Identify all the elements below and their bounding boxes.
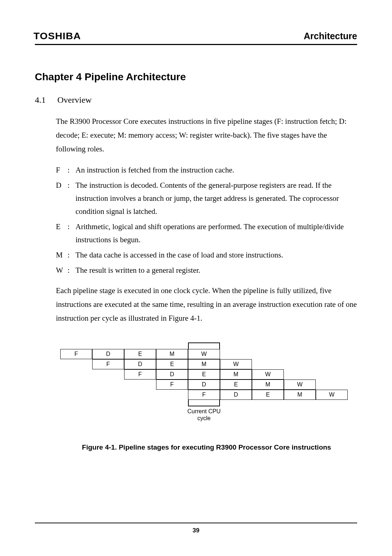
pipeline-cell: E	[188, 369, 220, 380]
list-item: D : The instruction is decoded. Contents…	[56, 179, 357, 218]
pipeline-cell: F	[124, 369, 156, 380]
pipeline-cell: M	[284, 390, 316, 400]
colon: :	[68, 163, 75, 176]
pipeline-cell: M	[220, 369, 252, 380]
stage-desc: An instruction is fetched from the instr…	[75, 163, 357, 176]
pipeline-cell: E	[156, 359, 188, 369]
header-rule	[35, 44, 357, 45]
stage-label: D	[56, 179, 68, 218]
figure-caption: Figure 4-1. Pipeline stages for executin…	[56, 443, 357, 451]
stage-label: F	[56, 163, 68, 176]
pipeline-cell: D	[156, 369, 188, 380]
list-item: W : The result is written to a general r…	[56, 264, 357, 277]
pipeline-cell: D	[220, 390, 252, 400]
stage-desc: The data cache is accessed in the case o…	[75, 248, 357, 261]
pipeline-cell: M	[252, 380, 284, 390]
pipeline-cell: W	[252, 369, 284, 380]
colon: :	[68, 220, 75, 246]
colon: :	[68, 264, 75, 277]
colon: :	[68, 179, 75, 218]
pipeline-cell: W	[188, 349, 220, 359]
list-item: M : The data cache is accessed in the ca…	[56, 248, 357, 261]
pipeline-cell: F	[188, 390, 220, 400]
pipeline-cell: E	[220, 380, 252, 390]
current-cycle-indicator-bottom	[188, 400, 220, 406]
pipeline-diagram: FDEMWFDEMWFDEMWFDEMWFDEMWCurrent CPUcycl…	[56, 342, 357, 422]
pipeline-cell: E	[252, 390, 284, 400]
pipeline-cell: W	[316, 390, 348, 400]
doc-title: Architecture	[304, 31, 357, 41]
stage-desc: Arithmetic, logical and shift operations…	[75, 220, 357, 246]
list-item: E : Arithmetic, logical and shift operat…	[56, 220, 357, 246]
pipeline-cell: F	[60, 349, 92, 359]
section-title: Overview	[57, 95, 92, 105]
pipeline-cell: M	[156, 349, 188, 359]
stage-label: E	[56, 220, 68, 246]
pipeline-cell: E	[124, 349, 156, 359]
stage-label: M	[56, 248, 68, 261]
pipeline-cell: W	[220, 359, 252, 369]
section-heading: 4.1 Overview	[35, 95, 357, 105]
stage-label: W	[56, 264, 68, 277]
current-cycle-label: Current CPUcycle	[175, 408, 233, 422]
list-item: F : An instruction is fetched from the i…	[56, 163, 357, 176]
pipeline-cell: M	[188, 359, 220, 369]
pipeline-cell: D	[92, 349, 124, 359]
pipeline-cell: D	[188, 380, 220, 390]
intro-paragraph: The R3900 Processor Core executes instru…	[56, 114, 357, 156]
footer-rule	[35, 523, 357, 523]
section-number: 4.1	[35, 95, 57, 105]
page-number: 39	[35, 527, 357, 534]
stage-list: F : An instruction is fetched from the i…	[56, 163, 357, 277]
pipeline-cell: W	[284, 380, 316, 390]
figure-4-1: FDEMWFDEMWFDEMWFDEMWFDEMWCurrent CPUcycl…	[56, 342, 357, 451]
colon: :	[68, 248, 75, 261]
stage-desc: The result is written to a general regis…	[75, 264, 357, 277]
stage-desc: The instruction is decoded. Contents of …	[75, 179, 357, 218]
brand-logo: TOSHIBA	[33, 31, 81, 42]
current-cycle-indicator-top	[188, 342, 220, 349]
after-paragraph: Each pipeline stage is executed in one c…	[56, 284, 357, 325]
pipeline-cell: F	[92, 359, 124, 369]
chapter-heading: Chapter 4 Pipeline Architecture	[35, 71, 357, 83]
pipeline-cell: D	[124, 359, 156, 369]
pipeline-cell: F	[156, 380, 188, 390]
